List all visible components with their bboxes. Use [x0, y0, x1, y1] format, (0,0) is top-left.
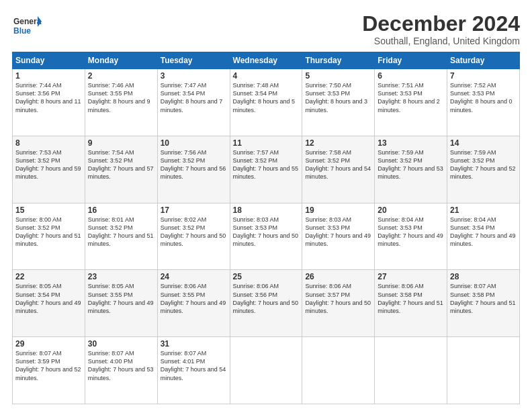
table-row: 7 Sunrise: 7:52 AMSunset: 3:53 PMDayligh…: [447, 69, 520, 136]
svg-text:General: General: [13, 17, 42, 26]
table-row: 19 Sunrise: 8:03 AMSunset: 3:53 PMDaylig…: [302, 203, 375, 270]
svg-text:Blue: Blue: [13, 26, 31, 36]
table-row: 1 Sunrise: 7:44 AMSunset: 3:56 PMDayligh…: [13, 69, 85, 136]
table-row: 18 Sunrise: 8:03 AMSunset: 3:53 PMDaylig…: [230, 203, 302, 270]
calendar-table: Sunday Monday Tuesday Wednesday Thursday…: [12, 52, 520, 404]
table-row: 14 Sunrise: 7:59 AMSunset: 3:52 PMDaylig…: [447, 136, 520, 203]
header-row: Sunday Monday Tuesday Wednesday Thursday…: [13, 52, 520, 69]
table-row: 9 Sunrise: 7:54 AMSunset: 3:52 PMDayligh…: [85, 136, 157, 203]
calendar-page: General Blue December 2024 Southall, Eng…: [0, 0, 532, 411]
table-row: 15 Sunrise: 8:00 AMSunset: 3:52 PMDaylig…: [13, 203, 85, 270]
table-row: 30 Sunrise: 8:07 AMSunset: 4:00 PMDaylig…: [85, 337, 157, 404]
table-row: 5 Sunrise: 7:50 AMSunset: 3:53 PMDayligh…: [302, 69, 375, 136]
col-saturday: Saturday: [447, 52, 520, 69]
col-friday: Friday: [375, 52, 447, 69]
empty-cell: [302, 337, 375, 404]
col-thursday: Thursday: [302, 52, 375, 69]
table-row: 6 Sunrise: 7:51 AMSunset: 3:53 PMDayligh…: [375, 69, 447, 136]
logo: General Blue: [12, 12, 42, 42]
title-block: December 2024 Southall, England, United …: [362, 12, 520, 46]
col-wednesday: Wednesday: [230, 52, 302, 69]
table-row: 27 Sunrise: 8:06 AMSunset: 3:58 PMDaylig…: [375, 270, 447, 337]
logo-svg: General Blue: [12, 12, 42, 42]
table-row: 12 Sunrise: 7:58 AMSunset: 3:52 PMDaylig…: [302, 136, 375, 203]
table-row: 17 Sunrise: 8:02 AMSunset: 3:52 PMDaylig…: [157, 203, 230, 270]
empty-cell: [230, 337, 302, 404]
main-title: December 2024: [362, 12, 520, 36]
table-row: 22 Sunrise: 8:05 AMSunset: 3:54 PMDaylig…: [13, 270, 85, 337]
table-row: 25 Sunrise: 8:06 AMSunset: 3:56 PMDaylig…: [230, 270, 302, 337]
table-row: 26 Sunrise: 8:06 AMSunset: 3:57 PMDaylig…: [302, 270, 375, 337]
col-monday: Monday: [85, 52, 157, 69]
table-row: 29 Sunrise: 8:07 AMSunset: 3:59 PMDaylig…: [13, 337, 85, 404]
table-row: 28 Sunrise: 8:07 AMSunset: 3:58 PMDaylig…: [447, 270, 520, 337]
table-row: 24 Sunrise: 8:06 AMSunset: 3:55 PMDaylig…: [157, 270, 230, 337]
empty-cell: [375, 337, 447, 404]
header: General Blue December 2024 Southall, Eng…: [12, 12, 520, 46]
table-row: 20 Sunrise: 8:04 AMSunset: 3:53 PMDaylig…: [375, 203, 447, 270]
table-row: 23 Sunrise: 8:05 AMSunset: 3:55 PMDaylig…: [85, 270, 157, 337]
col-sunday: Sunday: [13, 52, 85, 69]
table-row: 10 Sunrise: 7:56 AMSunset: 3:52 PMDaylig…: [157, 136, 230, 203]
table-row: 8 Sunrise: 7:53 AMSunset: 3:52 PMDayligh…: [13, 136, 85, 203]
table-row: 11 Sunrise: 7:57 AMSunset: 3:52 PMDaylig…: [230, 136, 302, 203]
table-row: 16 Sunrise: 8:01 AMSunset: 3:52 PMDaylig…: [85, 203, 157, 270]
table-row: 21 Sunrise: 8:04 AMSunset: 3:54 PMDaylig…: [447, 203, 520, 270]
col-tuesday: Tuesday: [157, 52, 230, 69]
subtitle: Southall, England, United Kingdom: [362, 36, 520, 46]
empty-cell: [447, 337, 520, 404]
table-row: 31 Sunrise: 8:07 AMSunset: 4:01 PMDaylig…: [157, 337, 230, 404]
table-row: 13 Sunrise: 7:59 AMSunset: 3:52 PMDaylig…: [375, 136, 447, 203]
table-row: 3 Sunrise: 7:47 AMSunset: 3:54 PMDayligh…: [157, 69, 230, 136]
table-row: 2 Sunrise: 7:46 AMSunset: 3:55 PMDayligh…: [85, 69, 157, 136]
table-row: 4 Sunrise: 7:48 AMSunset: 3:54 PMDayligh…: [230, 69, 302, 136]
